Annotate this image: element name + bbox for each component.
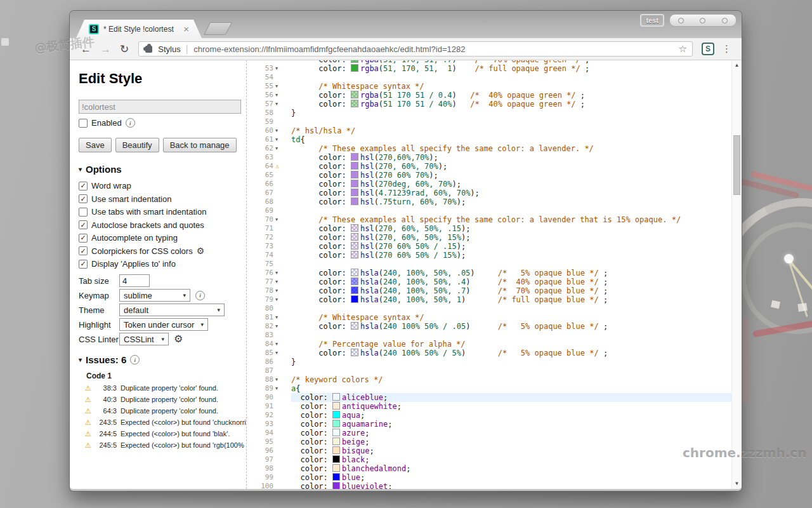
color-swatch[interactable] [351, 91, 358, 98]
option-checkbox-row[interactable]: ✓Colorpickers for CSS colors⚙ [79, 246, 246, 256]
color-swatch[interactable] [351, 153, 358, 161]
color-swatch[interactable] [351, 251, 358, 258]
scrollbar-thumb[interactable] [733, 135, 740, 195]
fold-icon[interactable]: ▼ [273, 313, 291, 322]
maximize-button[interactable] [700, 18, 705, 23]
checkbox[interactable]: ✓ [79, 260, 88, 269]
colorpicker-gear-icon[interactable]: ⚙ [197, 246, 205, 255]
fold-icon[interactable]: ▼ [273, 295, 291, 304]
checkbox[interactable]: ✓ [79, 220, 88, 229]
scroll-down-icon[interactable]: ▼ [732, 481, 742, 486]
issue-row[interactable]: ⚠38:3Duplicate property 'color' found. [85, 384, 246, 392]
enabled-checkbox[interactable] [79, 119, 88, 128]
css-linter-select[interactable]: CSSLint ▾ [119, 333, 169, 345]
editor-scrollbar[interactable]: ▲ ▼ [731, 60, 742, 489]
enabled-info-icon[interactable]: i [126, 118, 135, 128]
fold-icon[interactable]: ▼ [273, 349, 291, 358]
browser-tab[interactable]: S * Edit Style !colortest × [76, 20, 202, 38]
reload-icon[interactable]: ↻ [120, 44, 129, 55]
fold-icon[interactable]: ▼ [273, 384, 291, 393]
color-swatch[interactable] [332, 411, 340, 418]
save-button[interactable]: Save [79, 138, 112, 152]
checkbox[interactable]: ✓ [79, 234, 88, 243]
code-editor[interactable]: color: rgba(51, 170, 51, .7) /* 70% opaq… [247, 60, 742, 489]
fold-icon[interactable]: ▼ [273, 286, 291, 295]
fold-icon[interactable]: ▼ [273, 126, 291, 135]
issues-header[interactable]: ▾ Issues: 6 i [79, 354, 246, 365]
color-swatch[interactable] [351, 322, 358, 330]
url-text[interactable]: chrome-extension://lfnlmiimoamfidmfgcfee… [193, 44, 674, 54]
color-swatch[interactable] [332, 464, 340, 472]
fold-icon[interactable]: ▼ [273, 375, 291, 384]
color-swatch[interactable] [351, 277, 358, 285]
color-swatch[interactable] [332, 420, 340, 427]
fold-icon[interactable]: ▼ [273, 91, 291, 100]
color-swatch[interactable] [351, 197, 358, 205]
keymap-select[interactable]: sublime ▾ [119, 289, 190, 302]
option-checkbox-row[interactable]: ✓Autocomplete on typing [79, 233, 246, 243]
color-swatch[interactable] [351, 171, 358, 178]
color-swatch[interactable] [351, 349, 358, 356]
color-swatch[interactable] [351, 269, 358, 276]
fold-icon[interactable]: ▼ [273, 322, 291, 331]
fold-icon[interactable]: ▼ [273, 277, 291, 286]
issues-info-icon[interactable]: i [130, 355, 140, 364]
color-swatch[interactable] [351, 242, 358, 250]
back-to-manage-button[interactable]: Back to manage [163, 138, 237, 152]
color-swatch[interactable] [351, 286, 358, 294]
checkbox[interactable]: ✓ [79, 194, 88, 203]
color-swatch[interactable] [351, 224, 358, 232]
new-tab-button[interactable] [204, 22, 233, 35]
color-swatch[interactable] [351, 60, 358, 63]
color-swatch[interactable] [332, 393, 340, 401]
option-checkbox-row[interactable]: Use tabs with smart indentation [79, 207, 246, 217]
scroll-up-icon[interactable]: ▲ [732, 62, 742, 68]
fold-icon[interactable]: ▼ [273, 215, 291, 224]
issue-row[interactable]: ⚠40:3Duplicate property 'color' found. [85, 396, 246, 404]
issue-row[interactable]: ⚠243:5Expected (<color>) but found 'chuc… [85, 418, 246, 427]
fold-icon[interactable]: ▼ [273, 64, 291, 73]
style-name-input[interactable] [79, 100, 241, 114]
theme-select[interactable]: default ▾ [119, 304, 225, 316]
option-checkbox-row[interactable]: ✓Word wrap [79, 181, 246, 190]
color-swatch[interactable] [351, 233, 358, 241]
fold-icon[interactable]: ▼ [273, 340, 291, 349]
fold-icon[interactable]: ▼ [273, 82, 291, 91]
address-bar[interactable]: Stylus | chrome-extension://lfnlmiimoamf… [138, 41, 693, 57]
color-swatch[interactable] [332, 482, 340, 489]
beautify-button[interactable]: Beautify [115, 138, 159, 152]
bookmark-star-icon[interactable]: ☆ [679, 43, 687, 55]
fold-icon[interactable]: ▼ [273, 144, 291, 153]
color-swatch[interactable] [351, 100, 358, 107]
minimize-button[interactable] [678, 18, 684, 23]
browser-menu-icon[interactable]: ⋮ [722, 43, 731, 55]
highlight-select[interactable]: Token under cursor ▾ [119, 318, 208, 331]
color-swatch[interactable] [332, 446, 340, 454]
color-swatch[interactable] [351, 162, 358, 170]
profile-badge[interactable]: test [640, 14, 664, 27]
fold-icon[interactable]: ▼ [273, 269, 291, 277]
issue-row[interactable]: ⚠244:5Expected (<color>) but found 'blak… [85, 430, 246, 438]
option-checkbox-row[interactable]: ✓Use smart indentation [79, 194, 246, 204]
issue-row[interactable]: ⚠64:3Duplicate property 'color' found. [85, 407, 246, 415]
fold-icon[interactable]: ▼ [273, 100, 291, 109]
checkbox[interactable] [79, 208, 88, 217]
checkbox[interactable]: ✓ [79, 182, 88, 190]
tab-close-icon[interactable]: × [183, 24, 189, 34]
back-icon[interactable]: ← [81, 44, 91, 55]
color-swatch[interactable] [351, 189, 358, 196]
color-swatch[interactable] [351, 180, 358, 187]
linter-gear-icon[interactable]: ⚙ [174, 334, 183, 344]
option-checkbox-row[interactable]: ✓Autoclose brackets and quotes [79, 220, 246, 230]
color-swatch[interactable] [351, 64, 358, 72]
stylus-toolbar-icon[interactable]: S [702, 43, 714, 55]
color-swatch[interactable] [332, 429, 340, 436]
issue-row[interactable]: ⚠245:5Expected (<color>) but found 'rgb(… [85, 441, 246, 450]
color-swatch[interactable] [332, 438, 340, 445]
color-swatch[interactable] [332, 402, 340, 410]
options-header[interactable]: ▾ Options [79, 164, 246, 175]
color-swatch[interactable] [351, 295, 358, 303]
fold-icon[interactable]: ▼ [273, 135, 291, 144]
color-swatch[interactable] [332, 473, 340, 481]
keymap-info-icon[interactable]: i [195, 291, 205, 300]
